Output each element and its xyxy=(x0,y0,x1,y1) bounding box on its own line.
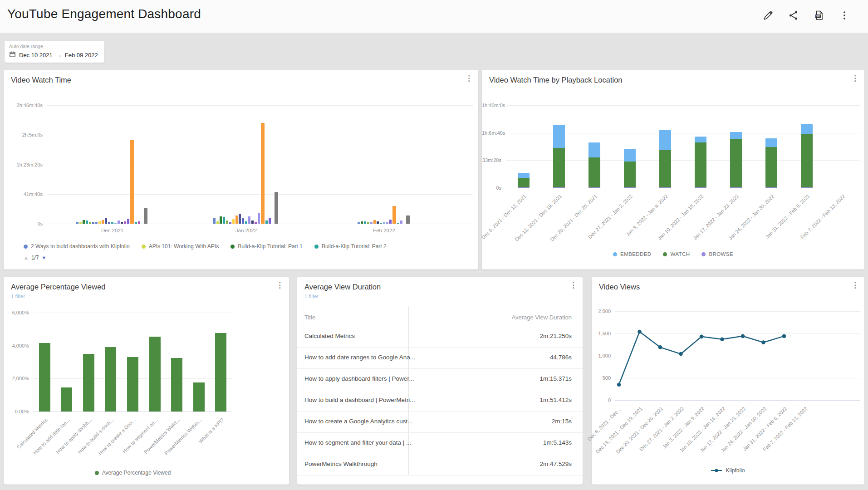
bar xyxy=(223,217,225,224)
y-axis-label: 0s xyxy=(4,221,43,226)
y-axis-label: 500 xyxy=(592,375,611,381)
stacked-bar xyxy=(765,138,777,188)
bar xyxy=(83,354,94,412)
bar-segment-watch xyxy=(765,147,777,187)
table-row[interactable]: Calculated Metrics2m:21.250s xyxy=(297,326,583,347)
bar xyxy=(245,221,247,224)
stacked-bar xyxy=(624,149,636,188)
stacked-bar-slot xyxy=(541,105,577,188)
bar xyxy=(215,333,226,412)
chart-grid xyxy=(34,313,232,412)
bar-segment-watch xyxy=(801,134,813,187)
svg-text:PDF: PDF xyxy=(816,15,820,17)
legend-item: Build-a-Klip Tutorial: Part 1 xyxy=(230,243,303,250)
bar-segment-browse xyxy=(624,187,636,188)
bar xyxy=(135,222,137,224)
card-menu-icon[interactable]: ⋮ xyxy=(569,281,577,289)
bar xyxy=(127,357,138,412)
bar-segment-watch xyxy=(518,178,530,187)
table-row[interactable]: How to add date ranges to Google Ana...4… xyxy=(297,347,583,368)
table-column-header-title: Title xyxy=(304,314,315,321)
bar-segment-embedded xyxy=(659,130,671,150)
gridline xyxy=(615,400,860,401)
table-body: Calculated Metrics2m:21.250sHow to add d… xyxy=(297,326,583,475)
date-range-end: Feb 09 2022 xyxy=(65,52,98,59)
data-point xyxy=(700,335,704,339)
bar-slot xyxy=(188,313,210,412)
edit-button[interactable] xyxy=(763,10,774,21)
stacked-bar-slot xyxy=(506,105,541,188)
y-axis-label: 1,500 xyxy=(592,331,611,336)
table-row[interactable]: How to apply dashboard filters | Power..… xyxy=(297,368,583,390)
data-point xyxy=(617,382,621,387)
chart-grid xyxy=(47,105,473,224)
bar-segment-watch xyxy=(695,142,706,187)
bar xyxy=(39,343,50,412)
row-value: 2m:21.250s xyxy=(539,333,572,339)
bar-segment-embedded xyxy=(695,137,706,142)
table-row[interactable]: How to segment and filter your data | ..… xyxy=(297,432,583,454)
video-views-line-chart xyxy=(615,311,860,400)
row-title: How to build a dashboard | PowerMetri... xyxy=(304,397,415,403)
legend-page-up-icon[interactable]: ▲ xyxy=(24,255,29,260)
y-axis-label: 2,000% xyxy=(4,376,29,381)
y-axis-label: 1h:40m:0s xyxy=(482,103,501,108)
table-column-header-value: Average View Duration xyxy=(512,314,572,321)
date-range-filter[interactable]: Auto date range Dec 10 2021 → Feb 09 202… xyxy=(5,41,104,63)
legend-dot xyxy=(663,252,667,256)
bar xyxy=(255,222,257,224)
legend-dot xyxy=(314,245,319,249)
x-axis-label: How to add date ran... xyxy=(32,417,70,456)
row-title: Calculated Metrics xyxy=(304,333,355,339)
bar xyxy=(86,220,88,224)
card-menu-icon[interactable]: ⋮ xyxy=(851,281,859,289)
bar xyxy=(92,222,94,224)
table-row[interactable]: How to build a dashboard | PowerMetri...… xyxy=(297,390,583,411)
row-value: 2m:47.529s xyxy=(539,461,572,467)
bar xyxy=(149,337,161,412)
table-row[interactable]: How to create a Google Analytics cust...… xyxy=(297,411,583,432)
card-menu-icon[interactable]: ⋮ xyxy=(276,281,284,289)
bar xyxy=(144,208,147,224)
filter-link[interactable]: 1 filter xyxy=(11,294,25,299)
bar-segment-watch xyxy=(553,148,565,187)
bar xyxy=(373,220,376,224)
card-menu-icon[interactable]: ⋮ xyxy=(851,74,859,82)
legend-page-down-icon[interactable]: ▼ xyxy=(42,255,47,260)
stacked-bar-slot xyxy=(647,105,683,188)
bar xyxy=(361,221,363,224)
row-title: How to apply dashboard filters | Power..… xyxy=(304,375,414,382)
y-axis-label: 0.00% xyxy=(4,409,29,414)
y-axis-label: 2h:46m:40s xyxy=(4,103,43,108)
bar xyxy=(386,222,388,224)
export-pdf-button[interactable]: PDF xyxy=(814,10,824,21)
bar xyxy=(406,216,410,224)
more-menu-button[interactable] xyxy=(839,10,850,21)
bar xyxy=(380,223,382,224)
bar xyxy=(261,123,265,224)
share-button[interactable] xyxy=(788,10,799,21)
bar xyxy=(397,223,399,224)
y-axis-label: 0 xyxy=(592,397,611,403)
gridline xyxy=(34,412,232,412)
bar xyxy=(269,218,271,224)
card-menu-icon[interactable]: ⋮ xyxy=(465,74,473,82)
bar xyxy=(370,222,373,224)
bar xyxy=(275,192,278,224)
video-views-legend: Klipfolio xyxy=(592,467,864,474)
filter-link[interactable]: 1 filter xyxy=(304,294,319,299)
legend-dot xyxy=(24,245,28,249)
bar xyxy=(377,221,379,224)
bar xyxy=(242,218,244,224)
kebab-icon xyxy=(839,10,850,21)
data-point xyxy=(782,334,786,338)
bar-segment-embedded xyxy=(624,149,636,162)
stacked-bar xyxy=(801,124,813,188)
table-row[interactable]: PowerMetrics Walkthrough2m:47.529s xyxy=(297,454,583,475)
x-axis-group-label: Jan 2022 xyxy=(213,228,279,233)
bar xyxy=(124,221,126,224)
x-axis-label: Dec 6, 2021 - Dec ... xyxy=(587,406,623,442)
bar xyxy=(108,222,110,224)
legend-dot xyxy=(142,245,146,249)
bar-segment-browse xyxy=(695,187,706,188)
